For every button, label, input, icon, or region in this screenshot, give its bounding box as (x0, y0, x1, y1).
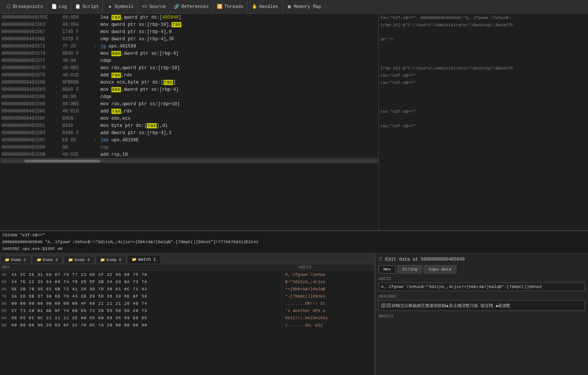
dump-row-bytes: 2A 2D 5B 37 30 6D 70 43 28 29 5D 38 39 6… (11, 293, 281, 299)
dump-row-ascii: *-[70mpC()]89noX (282, 293, 374, 299)
disasm-scrollbar[interactable] (0, 158, 378, 163)
disasm-instr: cdqe (99, 57, 378, 64)
disasm-bytes: 90 (61, 144, 91, 151)
dump-row-ascii: ........Oh!!! It (282, 300, 374, 307)
dump-row-prefix: 78 (1, 293, 10, 299)
dump-row[interactable]: 68 24 7E 22 33 64 69 74 79 25 5F 3B 34 6… (1, 278, 374, 285)
dump-tab-dump-4[interactable]: 📂Dump 4 (64, 256, 95, 264)
disasm-row[interactable]: 0000000000401567 C745 F mov dword ptr ss… (0, 28, 378, 35)
disasm-row[interactable]: 0000000000401572 7F 25 ↓ jg upx.401599 (0, 43, 378, 50)
info-line-2: 0000000000405048 "A,.1fgvw#`/2ehux$~\"3d… (2, 239, 586, 245)
breakpoints-icon: ⬡ (5, 4, 11, 10)
dump-tab-dump-3[interactable]: 📂Dump 3 (32, 256, 63, 264)
toolbar-label-handles: Handles (259, 4, 278, 9)
toolbar-item-memory-map[interactable]: ▦ Memory Map (283, 0, 326, 13)
disasm-row[interactable]: 0000000000401579 48:8B5 mov rdx,qword pt… (0, 64, 378, 71)
disasm-left[interactable]: 0000000000040155C 48:8D6 lea rax,qword p… (0, 14, 379, 230)
arrow-down-icon: ↓ (94, 44, 96, 49)
toolbar-item-breakpoints[interactable]: ⬡ Breakpoints (2, 0, 47, 13)
tab-icon-3: 📂 (100, 258, 105, 262)
disasm-bytes: 837D F (61, 35, 91, 43)
edit-tabs: HexStringCopy data (378, 265, 585, 274)
disasm-addr: 0000000000401567 (0, 28, 61, 35)
toolbar-item-symbols[interactable]: ◈ Symbols (103, 0, 138, 13)
disasm-instr: movzx ecx,byte ptr ds:[rax] (99, 79, 378, 86)
disasm-bytes: 0FB608 (61, 79, 91, 86)
disasm-row[interactable]: 000000000040158C 48:01D add rax,rdx (0, 108, 378, 115)
disasm-row[interactable]: 0000000000401577 48:98 cdqe (0, 57, 378, 64)
disasm-row[interactable]: 000000000040158F 89CA mov edx,ecx (0, 115, 378, 122)
dump-table: 48 41 2C 2E 31 66 67 76 77 23 60 2F 32 6… (0, 271, 375, 329)
disasm-addr: 0000000000401577 (0, 57, 61, 64)
disasm-addr: 0000000000401597 (0, 136, 61, 144)
disasm-row[interactable]: 0000000000401599 90 nop (0, 144, 378, 151)
dump-row[interactable]: 68 5E 2B 7B 35 62 6B 72 41 26 3D 7D 36 6… (1, 286, 374, 292)
disasm-addr: 0000000000401599 (0, 144, 61, 151)
toolbar-item-threads[interactable]: 🔀 Threads (213, 0, 248, 13)
toolbar-item-references[interactable]: 🔗 References (170, 0, 213, 13)
references-icon: 🔗 (174, 4, 180, 10)
edit-tab-copy-data[interactable]: Copy data (424, 265, 456, 274)
edit-tab-string[interactable]: String (397, 265, 423, 274)
disasm-row[interactable]: 0000000000401580 0FB608 movzx ecx,byte p… (0, 79, 378, 86)
toolbar-item-source[interactable]: <> Source (138, 0, 170, 13)
disasm-instr: jmp upx.40156E (99, 136, 378, 144)
source-icon: <> (141, 4, 148, 10)
dump-tab-watch-1[interactable]: 📂Watch 1 (127, 255, 161, 264)
memory-map-icon: ▦ (286, 4, 292, 10)
info-line-3: 340155C upx.exe:$155C #0 (2, 245, 586, 252)
disasm-row[interactable]: 0000000000401574 8B45 F mov eax,dword pt… (0, 50, 378, 57)
edit-unicode-label: UNICODE: (378, 294, 585, 299)
disasm-scrollbar-thumb[interactable] (24, 160, 100, 163)
toolbar-item-log[interactable]: 📄 Log (47, 0, 71, 13)
dump-row[interactable]: 78 2A 2D 5B 37 30 6D 70 43 28 29 5D 38 3… (1, 293, 374, 299)
disasm-row[interactable]: 0000000000401593 8345 F add dword ptr ss… (0, 129, 378, 136)
dump-tab-dump-5[interactable]: 📂Dump 5 (95, 256, 127, 264)
dump-row-bytes: 24 7E 22 33 64 69 74 79 25 5F 3B 34 63 6… (11, 278, 281, 285)
dump-row[interactable]: 88 00 00 00 00 00 00 00 00 4F 68 21 21 2… (1, 300, 374, 307)
disasm-instr: add rsp,10 (99, 151, 378, 158)
disasm-row[interactable]: 000000000040156E 837D F cmp dword ptr ss… (0, 35, 378, 43)
edit-title: 🗒 Edit data at 0000000000405048 (378, 256, 585, 262)
dump-row[interactable]: 48 41 2C 2E 31 66 67 76 77 23 60 2F 32 6… (1, 271, 374, 278)
disasm-row[interactable]: 0000000000401586 48:98 cdqe (0, 93, 378, 100)
dump-row[interactable]: A8 68 65 6C 6C 21 21 21 2E 68 65 69 68 6… (1, 315, 374, 321)
dump-tab-dump-2[interactable]: 📂Dump 2 (0, 256, 31, 264)
edit-tab-hex[interactable]: Hex (378, 265, 396, 274)
handles-icon: ✋ (251, 4, 257, 10)
disasm-row[interactable]: 0000000000401563 48:894 mov qword ptr ss… (0, 21, 378, 28)
disasm-comment: rax:"e3f-e$==" (380, 79, 586, 87)
dump-row[interactable]: B8 69 00 00 00 20 53 6F 2C 70 6C 7A 20 0… (1, 322, 374, 328)
disasm-row[interactable]: 0000000000401591 8810 mov byte ptr ds:[r… (0, 122, 378, 129)
disasm-row[interactable]: 0000000000040155C 48:8D6 lea rax,qword p… (0, 14, 378, 21)
dump-row-ascii: i.......So, plz (282, 322, 374, 328)
disasm-comment: [rbp-10]:&"C:\\Users\\Administrator\\Des… (380, 65, 586, 72)
toolbar-item-handles[interactable]: ✋ Handles (248, 0, 282, 13)
disasm-addr: 0000000000401588 (0, 100, 61, 108)
disasm-comment: rax:"e3f-e$==", 0000000000405048:"A,.1fg… (380, 14, 586, 22)
disasm-instr: nop (99, 144, 378, 151)
dump-content: Hex ASCII 48 41 2C 2E 31 66 67 76 77 23 … (0, 264, 375, 375)
disasm-instr: mov rdx,qword ptr ss:[rbp+10] (99, 100, 378, 108)
disasm-addr: 000000000040157D (0, 71, 61, 79)
dump-row[interactable]: 98 27 73 20 61 6E 6F 74 68 65 72 20 55 5… (1, 307, 374, 314)
toolbar-label-source: Source (149, 4, 165, 9)
disasm-row[interactable]: 0000000000401597 EB D5 ↑ jmp upx.40156E (0, 136, 378, 144)
disasm-bytes: 7F 25 (61, 43, 91, 50)
edit-panel: 🗒 Edit data at 0000000000405048 HexStrin… (375, 253, 588, 375)
disasm-row[interactable]: 000000000040159A 48:83C add rsp,10 (0, 151, 378, 158)
bottom-section: 📂Dump 2📂Dump 3📂Dump 4📂Dump 5📂Watch 1 Hex… (0, 253, 588, 375)
toolbar-item-script[interactable]: 📋 Script (71, 0, 103, 13)
disasm-comment: [rbp-10]:&"C:\\Users\\Administrator\\Des… (380, 22, 586, 29)
disasm-right: rax:"e3f-e$==", 0000000000405048:"A,.1fg… (379, 14, 588, 230)
info-bar: C52460 "e3f-e$==" 0000000000405048 "A,.1… (0, 231, 588, 253)
disasm-bytes: 48:8D6 (61, 14, 91, 21)
disasm-row[interactable]: 000000000040157D 48:01D add rax,rdx (0, 71, 378, 79)
disasm-addr: 0000000000401583 (0, 86, 61, 93)
edit-ascii-input[interactable] (378, 283, 585, 291)
dump-tabs: 📂Dump 2📂Dump 3📂Dump 4📂Dump 5📂Watch 1 (0, 253, 375, 264)
dump-row-prefix: 88 (1, 300, 10, 307)
disasm-addr: 000000000040156E (0, 35, 61, 43)
disasm-row[interactable]: 0000000000401583 8B45 F mov eax,dword pt… (0, 86, 378, 93)
disasm-row[interactable]: 0000000000401588 48:8B5 mov rdx,qword pt… (0, 100, 378, 108)
